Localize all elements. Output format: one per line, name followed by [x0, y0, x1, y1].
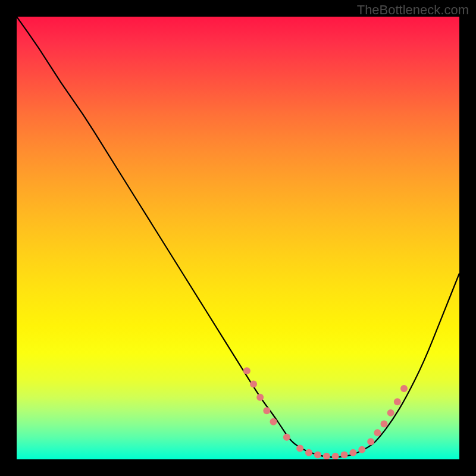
- marker-dot: [374, 429, 381, 436]
- chart-plot-area: [17, 17, 459, 459]
- marker-dot: [349, 449, 356, 456]
- marker-dot: [358, 446, 365, 453]
- marker-dot: [341, 452, 348, 459]
- marker-dot: [263, 407, 270, 414]
- marker-dot: [381, 420, 388, 427]
- bottleneck-curve-path: [17, 17, 459, 457]
- marker-dot: [250, 381, 257, 388]
- watermark-text: TheBottleneck.com: [357, 2, 469, 18]
- marker-dot: [305, 449, 312, 456]
- marker-dot: [332, 453, 339, 459]
- marker-dot: [314, 452, 321, 459]
- marker-dot: [283, 434, 290, 441]
- marker-dot: [394, 398, 401, 405]
- marker-dots-group: [243, 367, 408, 459]
- marker-dot: [400, 385, 408, 392]
- marker-dot: [243, 367, 250, 374]
- marker-dot: [270, 418, 277, 425]
- marker-dot: [256, 394, 264, 401]
- marker-dot: [387, 409, 394, 416]
- marker-dot: [296, 444, 303, 452]
- marker-dot: [323, 453, 330, 459]
- marker-dot: [367, 438, 374, 445]
- chart-svg-layer: [17, 17, 459, 459]
